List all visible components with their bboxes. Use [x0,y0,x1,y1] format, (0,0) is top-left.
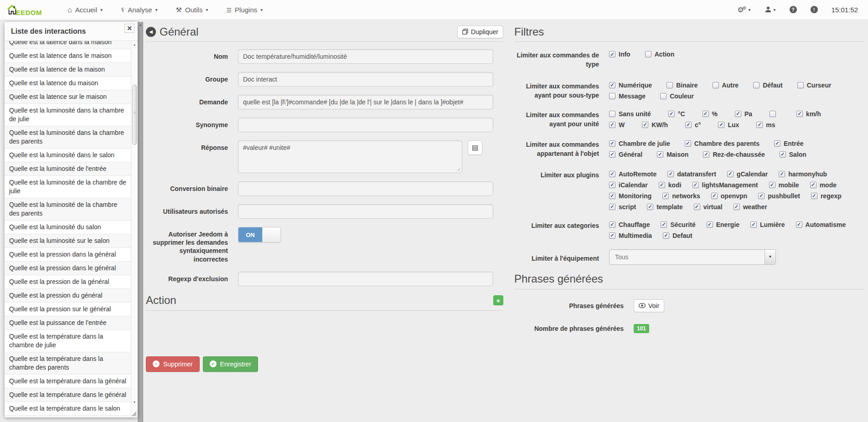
dropdown-arrow-icon[interactable]: ▼ [765,250,775,264]
checkbox[interactable] [711,193,718,199]
list-item[interactable] [5,416,131,417]
checkbox[interactable] [609,193,615,199]
list-item[interactable]: Quelle est la luminosité dans la chambre… [5,126,131,149]
checkbox-item[interactable]: Sans unité [609,110,651,118]
checkbox[interactable] [758,193,765,199]
checkbox-item[interactable]: Message [609,93,646,100]
checkbox-item[interactable]: Défaut [753,82,783,89]
list-item[interactable]: Quelle est la pression sur le général [5,303,131,316]
nav-item-analyse[interactable]: Analyse ▾ [121,6,158,14]
checkbox-item[interactable]: Maison [657,151,688,158]
scroll-down-icon[interactable]: ▼ [131,401,138,404]
checkbox[interactable] [609,51,615,57]
checkbox-item[interactable]: template [647,203,683,211]
checkbox-item[interactable]: Général [609,151,642,158]
checkbox-item[interactable]: datatransfert [667,170,716,178]
checkbox-item[interactable]: mobile [769,181,799,189]
checkbox[interactable] [609,122,615,128]
checkbox[interactable] [707,221,713,228]
checkbox-item[interactable]: Chambre de julie [609,140,670,147]
checkbox[interactable] [770,111,776,117]
jeedom-logo[interactable]: EEDOM [6,3,42,17]
list-item[interactable]: Quelle est la luminosité sur le salon [5,234,131,248]
list-item[interactable]: Quelle est la latence dans le maison [5,49,131,63]
checkbox-item[interactable]: mode [810,181,837,189]
checkbox-item[interactable]: km/h [796,110,821,118]
nom-field[interactable] [238,49,493,64]
list-item[interactable]: Quelle est la luminosité de l'entrée [5,162,131,176]
checkbox[interactable] [609,182,615,188]
response-list-button[interactable]: ▤ [468,140,482,155]
checkbox[interactable] [797,82,804,88]
help-icon[interactable]: ? [790,6,797,13]
checkbox[interactable] [727,171,734,177]
list-item[interactable]: Quelle est la température dans le salon [5,402,131,416]
checkbox-item[interactable]: Lux [718,121,739,129]
checkbox-item[interactable]: AutoRemote [609,170,656,178]
equipment-select[interactable]: Tous ▼ [609,249,776,265]
alert-icon[interactable]: ! [811,6,818,13]
checkbox-item[interactable]: harmonyhub [779,170,827,178]
list-item[interactable]: Quelle est la luminosité du salon [5,221,131,234]
checkbox[interactable] [703,111,709,117]
groupe-field[interactable] [238,72,493,87]
checkbox[interactable] [779,171,785,177]
list-item[interactable]: Quelle est la latence sur le maison [5,90,131,104]
checkbox[interactable] [647,204,653,210]
checkbox[interactable] [609,82,615,88]
add-action-button[interactable]: + [493,295,503,305]
checkbox-item[interactable]: weather [734,203,767,211]
checkbox-item[interactable]: Lumière [750,221,785,228]
checkbox-item[interactable]: W [609,121,625,129]
checkbox-item[interactable]: Pa [735,110,752,118]
checkbox-item[interactable]: regexp [811,192,842,200]
user-menu[interactable]: ▾ [765,6,776,13]
list-item[interactable]: Quelle est la luminosité dans la chambre… [5,104,131,126]
checkbox-item[interactable]: KW/h [642,121,668,129]
checkbox[interactable] [609,171,615,177]
scroll-up-icon[interactable]: ▲ [138,23,143,26]
checkbox-item[interactable]: lightsManagement [692,181,758,189]
checkbox[interactable] [609,232,615,239]
checkbox[interactable] [703,151,709,158]
checkbox[interactable] [609,111,615,117]
checkbox[interactable] [750,221,757,228]
checkbox-item[interactable]: °C [668,110,685,118]
checkbox-item[interactable]: Binaire [666,82,698,89]
checkbox-item[interactable]: Chauffage [609,221,650,228]
back-icon[interactable]: ◀ [146,27,156,37]
view-button[interactable]: Voir [634,299,664,312]
duplicate-button[interactable]: Dupliquer [457,26,503,38]
checkbox-item[interactable]: script [609,203,636,211]
checkbox[interactable] [692,182,699,188]
checkbox[interactable] [645,51,651,57]
checkbox[interactable] [662,193,669,199]
checkbox[interactable] [718,122,724,128]
checkbox[interactable] [666,82,673,88]
scroll-thumb[interactable]: ≡ [132,85,137,145]
checkbox-item[interactable]: kodi [659,181,682,189]
checkbox[interactable] [753,82,760,88]
demande-field[interactable] [238,95,493,109]
checkbox-item[interactable]: Salon [780,151,806,158]
checkbox[interactable] [659,182,665,188]
list-item[interactable]: Quelle est la pression du général [5,289,131,303]
checkbox-item[interactable]: c° [685,121,701,129]
checkbox-item[interactable]: Automatisme [796,221,846,228]
checkbox[interactable] [694,204,700,210]
checkbox[interactable] [685,122,692,128]
checkbox[interactable] [735,111,741,117]
checkbox[interactable] [663,232,669,239]
checkbox-item[interactable]: Rez-de-chaussée [703,151,765,158]
checkbox[interactable] [609,93,615,99]
checkbox-item[interactable]: Defaut [663,232,692,239]
checkbox-item[interactable]: networks [662,192,700,200]
checkbox[interactable] [780,151,786,158]
regexp-field[interactable] [238,272,493,286]
resize-grip-icon[interactable] [132,412,137,417]
list-item[interactable]: Quelle est la pression dans le général [5,262,131,275]
checkbox-item[interactable]: Info [609,51,630,58]
list-item[interactable]: Quelle est la pression dans la général [5,248,131,262]
sidebar-scrollbar[interactable]: ▲ ≡ ▼ [131,41,138,417]
checkbox[interactable] [609,221,615,228]
